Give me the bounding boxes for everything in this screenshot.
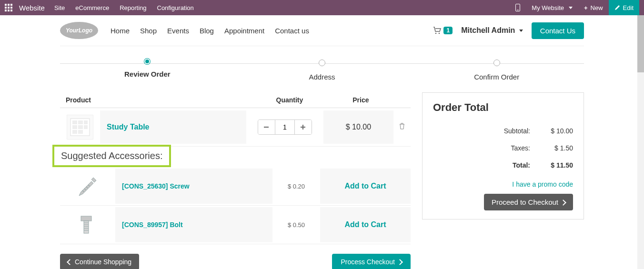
- topbar-brand[interactable]: Website: [19, 4, 45, 12]
- step-label: Confirm Order: [409, 73, 584, 81]
- apps-icon[interactable]: [5, 4, 12, 11]
- cart-actions-bar: Continue Shopping Process Checkout: [60, 254, 411, 269]
- suggested-accessories-heading: Suggested Accessories:: [52, 145, 171, 167]
- step-address[interactable]: Address: [235, 60, 410, 81]
- nav-blog[interactable]: Blog: [200, 27, 214, 35]
- th-quantity: Quantity: [252, 96, 327, 104]
- caret-down-icon: [519, 30, 523, 32]
- my-website-dropdown[interactable]: My Website: [526, 0, 578, 15]
- screw-icon: [74, 173, 101, 199]
- nav-home[interactable]: Home: [111, 27, 130, 35]
- svg-rect-13: [264, 127, 269, 128]
- topbar-menu-site[interactable]: Site: [54, 4, 65, 11]
- step-dot-icon: [145, 60, 149, 63]
- taxes-label: Taxes:: [433, 144, 530, 152]
- qty-plus-button[interactable]: [294, 120, 312, 134]
- topbar-menu-configuration[interactable]: Configuration: [157, 4, 194, 11]
- nav-contactus[interactable]: Contact us: [275, 27, 309, 35]
- qty-input[interactable]: [275, 120, 294, 134]
- subtotal-label: Subtotal:: [433, 127, 530, 135]
- add-to-cart-link[interactable]: Add to Cart: [344, 182, 386, 190]
- bolt-icon: [74, 211, 101, 238]
- total-line: Total: $ 11.50: [433, 157, 573, 174]
- chevron-right-icon: [398, 258, 402, 266]
- site-logo[interactable]: YourLogo: [60, 22, 98, 39]
- pencil-icon: [614, 5, 620, 10]
- add-to-cart-link[interactable]: Add to Cart: [344, 220, 386, 229]
- promo-code-link[interactable]: I have a promo code: [433, 180, 573, 188]
- accessory-link[interactable]: [CONS_25630] Screw: [122, 182, 190, 190]
- svg-point-2: [435, 33, 437, 34]
- user-dropdown[interactable]: Mitchell Admin: [461, 26, 523, 35]
- topbar-menu-ecommerce[interactable]: eCommerce: [75, 4, 109, 11]
- nav-shop[interactable]: Shop: [140, 27, 157, 35]
- accessory-row: [CONS_89957] Bolt $ 0.50 Add to Cart: [60, 206, 411, 244]
- svg-rect-7: [84, 120, 88, 124]
- accessory-link[interactable]: [CONS_89957] Bolt: [122, 221, 183, 229]
- nav-events[interactable]: Events: [167, 27, 189, 35]
- plus-icon: [301, 125, 305, 130]
- site-navbar: YourLogo Home Shop Events Blog Appointme…: [60, 15, 584, 46]
- my-website-label: My Website: [532, 4, 564, 11]
- step-confirm-order[interactable]: Confirm Order: [409, 60, 584, 81]
- th-price: Price: [327, 96, 394, 104]
- svg-rect-12: [78, 130, 83, 134]
- accessory-price: $ 0.50: [272, 221, 320, 229]
- mobile-preview-icon[interactable]: [510, 0, 526, 15]
- proceed-to-checkout-button[interactable]: Proceed to Checkout: [484, 194, 573, 210]
- new-button[interactable]: + New: [578, 0, 609, 15]
- order-total-panel: Order Total Subtotal: $ 10.00 Taxes: $ 1…: [422, 92, 584, 219]
- product-link[interactable]: Study Table: [107, 123, 150, 131]
- continue-shopping-label: Continue Shopping: [75, 258, 131, 266]
- step-review-order[interactable]: Review Order: [60, 60, 235, 81]
- svg-rect-10: [84, 125, 88, 129]
- edit-button[interactable]: Edit: [609, 0, 639, 15]
- step-label: Address: [235, 73, 410, 81]
- cart-item-row: Study Table $ 10.00: [60, 108, 411, 147]
- svg-rect-1: [517, 10, 519, 10]
- logo-text: YourLogo: [66, 27, 92, 34]
- caret-down-icon: [569, 7, 573, 9]
- step-dot-icon: [319, 60, 325, 66]
- continue-shopping-button[interactable]: Continue Shopping: [60, 254, 139, 269]
- total-label: Total:: [433, 161, 530, 169]
- site-menu: Home Shop Events Blog Appointment Contac…: [111, 27, 309, 35]
- contact-us-button[interactable]: Contact Us: [532, 22, 584, 39]
- accessory-thumbnail[interactable]: [71, 209, 104, 241]
- qty-minus-button[interactable]: [258, 120, 275, 134]
- total-value: $ 11.50: [530, 161, 573, 169]
- chevron-right-icon: [561, 198, 565, 206]
- cart-header-row: Product Quantity Price: [60, 92, 411, 108]
- new-label: New: [591, 4, 603, 11]
- nav-appointment[interactable]: Appointment: [224, 27, 264, 35]
- edit-label: Edit: [623, 4, 634, 11]
- taxes-line: Taxes: $ 1.50: [433, 139, 573, 157]
- accessory-add-cell: Add to Cart: [320, 207, 411, 242]
- product-thumbnail[interactable]: [67, 115, 93, 139]
- price-cell: $ 10.00: [323, 110, 393, 144]
- cart-icon: [433, 27, 442, 34]
- taxes-value: $ 1.50: [530, 144, 573, 152]
- svg-rect-8: [72, 125, 77, 129]
- svg-rect-16: [81, 216, 91, 221]
- cart-indicator[interactable]: 1: [433, 27, 453, 34]
- svg-rect-5: [72, 120, 77, 124]
- remove-item-button[interactable]: [393, 123, 411, 131]
- th-product: Product: [66, 96, 252, 104]
- chevron-left-icon: [68, 258, 72, 266]
- cart-count-badge: 1: [443, 27, 453, 34]
- checkout-steps: Review Order Address Confirm Order: [60, 60, 584, 81]
- svg-point-3: [439, 33, 440, 34]
- topbar-menu: Site eCommerce Reporting Configuration: [54, 4, 194, 11]
- topbar-menu-reporting[interactable]: Reporting: [120, 4, 146, 11]
- step-dot-icon: [493, 60, 500, 66]
- accessory-add-cell: Add to Cart: [320, 169, 411, 204]
- process-checkout-label: Process Checkout: [341, 258, 395, 266]
- accessory-name-cell: [CONS_89957] Bolt: [115, 207, 272, 242]
- scrollbar[interactable]: [637, 15, 644, 269]
- accessory-thumbnail[interactable]: [71, 170, 104, 202]
- plus-icon: +: [584, 4, 588, 11]
- minus-icon: [264, 127, 269, 128]
- proceed-checkout-label: Proceed to Checkout: [492, 198, 558, 206]
- process-checkout-button[interactable]: Process Checkout: [332, 254, 411, 269]
